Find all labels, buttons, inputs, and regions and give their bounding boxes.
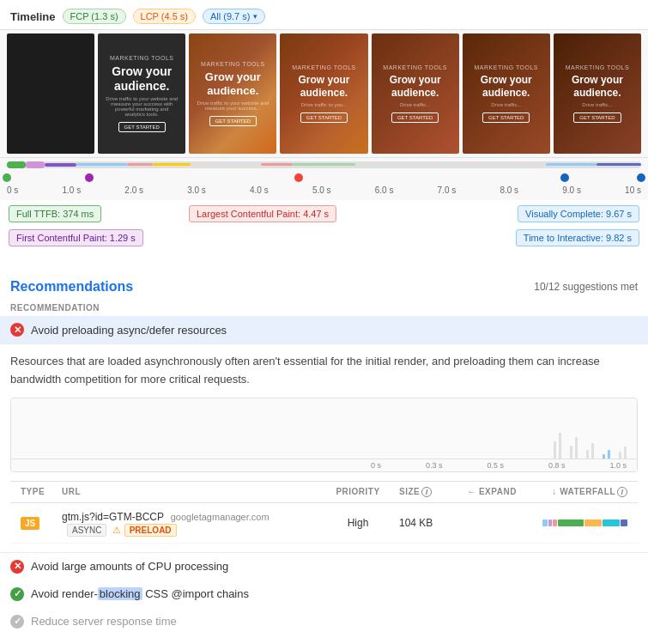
vc-badge: Visually Complete: 9.67 s [518, 205, 639, 222]
chevron-down-icon: ▾ [253, 12, 257, 21]
wf-label-08s: 0.8 s [548, 461, 566, 470]
full-ttfb-badge: Full TTFB: 374 ms [9, 205, 101, 222]
table-row: JS gtm.js?id=GTM-BCCP googletagmanager.c… [10, 503, 638, 544]
error-icon-cpu: ✕ [10, 560, 24, 574]
recommendation-column-label: RECOMMENDATION [0, 300, 648, 316]
filmstrip: MARKETING TOOLS Grow your audience. Driv… [0, 30, 648, 158]
filmstrip-frame-7: MARKETING TOOLS Grow your audience. Driv… [554, 33, 641, 154]
url-domain: googletagmanager.com [171, 512, 269, 522]
filmstrip-frame-4: MARKETING TOOLS Grow your audience. Driv… [280, 33, 367, 154]
marker-2s: 2.0 s [124, 185, 143, 195]
rec-item-render-blocking[interactable]: ✓ Avoid render-blocking CSS @import chai… [0, 580, 648, 608]
marker-5s: 5.0 s [312, 185, 331, 195]
marker-1s: 1.0 s [63, 185, 82, 195]
wf-label-03s: 0.3 s [426, 461, 443, 470]
marker-9s: 9.0 s [562, 185, 581, 195]
success-icon-render: ✓ [10, 587, 24, 601]
error-icon-async: ✕ [10, 323, 24, 337]
filmstrip-frame-3: MARKETING TOOLS Grow your audience. Driv… [189, 33, 276, 154]
waterfall-chart-preview: 0 s 0.3 s 0.5 s 0.8 s 1.0 s [10, 398, 638, 472]
fcp-badge-metric: First Contentful Paint: 1.29 s [9, 229, 143, 246]
rec-expanded-async: Resources that are loaded asynchronously… [0, 343, 648, 553]
col-size-header: SIZE i [399, 487, 451, 497]
rec-description-async: Resources that are loaded asynchronously… [10, 353, 638, 389]
marker-6s: 6.0 s [375, 185, 394, 195]
dot-fcp [85, 173, 94, 182]
timeline-dots [7, 172, 641, 184]
col-type-header: TYPE [21, 487, 55, 496]
lcp-badge-metric: Largest Contentful Paint: 4.47 s [189, 205, 336, 222]
marker-4s: 4.0 s [250, 185, 269, 195]
col-priority-header: PRIORITY [324, 487, 392, 496]
rec-text-async: Avoid preloading async/defer resources [31, 324, 227, 337]
cell-size: 104 KB [399, 517, 451, 529]
metrics-section: Full TTFB: 374 ms First Contentful Paint… [0, 200, 648, 269]
dot-tti [637, 173, 645, 182]
cell-priority: High [324, 517, 392, 529]
async-badge: ASYNC [67, 524, 106, 537]
filmstrip-frame-6: MARKETING TOOLS Grow your audience. Driv… [463, 33, 550, 154]
dot-start [3, 173, 11, 182]
cell-url: gtm.js?id=GTM-BCCP googletagmanager.com … [62, 510, 317, 536]
fcp-badge[interactable]: FCP (1.3 s) [63, 9, 126, 24]
waterfall-info-icon[interactable]: i [617, 487, 627, 497]
url-filename[interactable]: gtm.js?id=GTM-BCCP [62, 511, 164, 523]
rec-text-cpu: Avoid large amounts of CPU processing [31, 560, 228, 573]
marker-0s: 0 s [7, 185, 18, 195]
all-badge[interactable]: All (9.7 s) ▾ [203, 9, 265, 24]
disabled-icon-server: ✓ [10, 615, 24, 629]
preload-warn-icon: ⚠ [112, 525, 121, 535]
rec-item-cpu[interactable]: ✕ Avoid large amounts of CPU processing [0, 553, 648, 580]
dot-vc [560, 173, 569, 182]
filmstrip-frame-5: MARKETING TOOLS Grow your audience. Driv… [372, 33, 459, 154]
col-expand-header: ← EXPAND [457, 487, 526, 496]
filmstrip-frame-2: MARKETING TOOLS Grow your audience. Driv… [98, 33, 185, 154]
dot-lcp [294, 173, 303, 182]
rec-text-server: Reduce server response time [31, 615, 177, 628]
highlight-word: blocking [98, 587, 142, 600]
tti-badge: Time to Interactive: 9.82 s [516, 229, 639, 246]
show-more-container: Show More [0, 635, 648, 644]
preload-badge: PRELOAD [124, 524, 177, 537]
marker-8s: 8.0 s [500, 185, 518, 195]
recommendations-header: Recommendations 10/12 suggestions met [0, 269, 648, 300]
timeline-bar [7, 161, 641, 168]
lcp-badge[interactable]: LCP (4.5 s) [133, 9, 196, 24]
table-header: TYPE URL PRIORITY SIZE i ← EXPAND ↓ WATE… [10, 481, 638, 503]
col-url-header: URL [62, 487, 317, 496]
timeline-header: Timeline FCP (1.3 s) LCP (4.5 s) All (9.… [0, 0, 648, 30]
rec-text-render: Avoid render-blocking CSS @import chains [31, 587, 249, 600]
timeline-ruler: 0 s 1.0 s 2.0 s 3.0 s 4.0 s 5.0 s 6.0 s … [0, 158, 648, 200]
wf-label-05s: 0.5 s [487, 461, 504, 470]
marker-7s: 7.0 s [438, 185, 457, 195]
rec-item-async-defer[interactable]: ✕ Avoid preloading async/defer resources [0, 316, 648, 343]
js-type-badge: JS [21, 517, 39, 530]
suggestions-count: 10/12 suggestions met [534, 281, 638, 293]
size-info-icon[interactable]: i [421, 487, 432, 497]
rec-item-server-response[interactable]: ✓ Reduce server response time [0, 608, 648, 635]
filmstrip-frame-1 [7, 33, 94, 154]
marker-10s: 10 s [625, 185, 641, 195]
wf-label-0s: 0 s [371, 461, 381, 470]
cell-waterfall [533, 518, 627, 528]
marker-3s: 3.0 s [187, 185, 206, 195]
recommendations-title: Recommendations [10, 279, 133, 295]
timeline-markers: 0 s 1.0 s 2.0 s 3.0 s 4.0 s 5.0 s 6.0 s … [7, 184, 641, 197]
cell-type: JS [21, 516, 55, 529]
col-waterfall-header: ↓ WATERFALL i [533, 487, 627, 497]
wf-label-1s: 1.0 s [609, 461, 627, 470]
waterfall-time-labels: 0 s 0.3 s 0.5 s 0.8 s 1.0 s [11, 459, 637, 471]
timeline-title: Timeline [10, 10, 56, 23]
